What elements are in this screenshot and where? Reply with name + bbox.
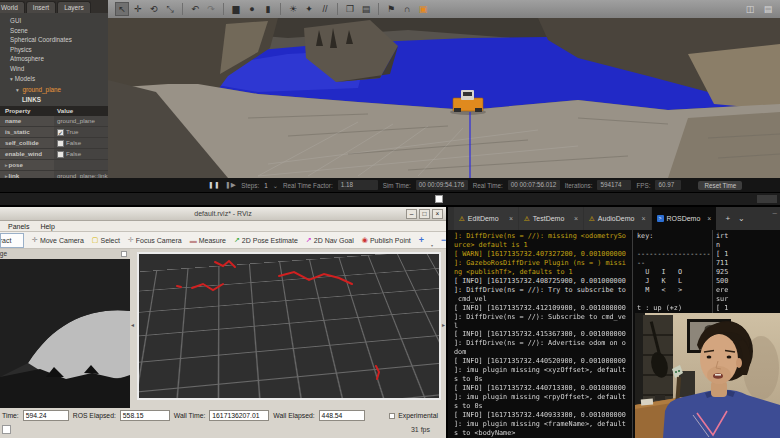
tree-item-gui[interactable]: GUI — [10, 16, 108, 26]
pause-button[interactable]: ❚❚ — [208, 181, 220, 189]
publish-point-tool-icon: ◉ — [362, 236, 368, 244]
checkbox-unchecked[interactable] — [57, 140, 64, 147]
tree-item-spherical-coordinates[interactable]: Spherical Coordinates — [10, 35, 108, 45]
menu-panels[interactable]: Panels — [8, 223, 29, 230]
property-value: False — [66, 138, 81, 148]
redo-icon[interactable]: ↷ — [204, 2, 218, 16]
right-log-pane[interactable]: irtn[ 1711925500eresur[ 1 — [716, 232, 780, 313]
resize-grip[interactable] — [757, 195, 777, 203]
move-camera-tool[interactable]: ✛Move Camera — [32, 236, 84, 244]
add-tool-button[interactable]: + — [419, 235, 424, 245]
checkbox-checked[interactable]: ✓ — [57, 129, 64, 136]
steps-value[interactable]: 1 — [264, 182, 268, 189]
translate-icon[interactable]: ✛ — [131, 2, 145, 16]
interact-tool[interactable]: Interact — [0, 233, 24, 248]
property-row-link[interactable]: ▸linkground_plane::link — [0, 171, 108, 178]
undo-icon[interactable]: ↶ — [188, 2, 202, 16]
terminal-tab-audiodemo[interactable]: ⚠AudioDemo× — [584, 207, 651, 230]
minimize-button[interactable]: ‒ — [406, 209, 417, 219]
gazebo-panel-tab-world[interactable]: World — [0, 1, 25, 13]
close-tab-icon[interactable]: × — [703, 215, 711, 222]
tool-label: 2D Nav Goal — [314, 237, 354, 244]
laser-scan-points — [177, 261, 379, 379]
tree-item-models[interactable]: ▾Models — [10, 74, 108, 85]
select-tool[interactable]: ▢Select — [92, 236, 120, 244]
gazebo-toolbar-right: ◫▤ — [743, 2, 775, 16]
tree-item-scene[interactable]: Scene — [10, 26, 108, 36]
property-row-pose[interactable]: ▸pose — [0, 160, 108, 171]
focus-camera-tool[interactable]: ✛Focus Camera — [128, 236, 182, 244]
record-icon[interactable]: ▤ — [761, 2, 775, 16]
new-tab-button[interactable]: + — [725, 214, 730, 223]
image-panel-header[interactable]: Image — [0, 249, 130, 259]
directional-light-icon[interactable]: // — [318, 2, 332, 16]
pose-estimate-tool[interactable]: ↗2D Pose Estimate — [234, 236, 298, 244]
joint-icon[interactable]: ▣ — [416, 2, 430, 16]
paste-icon[interactable]: ▤ — [359, 2, 373, 16]
gazebo-panel-tab-insert[interactable]: Insert — [26, 1, 56, 13]
nav-goal-tool[interactable]: ↗2D Nav Goal — [306, 236, 354, 244]
publish-point-tool[interactable]: ◉Publish Point — [362, 236, 411, 244]
close-tab-icon[interactable]: × — [637, 215, 645, 222]
property-row-name[interactable]: nameground_plane — [0, 116, 108, 127]
cylinder-icon[interactable]: ▮ — [261, 2, 275, 16]
tree-item-atmosphere[interactable]: Atmosphere — [10, 54, 108, 64]
select-arrow-icon[interactable]: ↖ — [115, 2, 129, 16]
tab-label: EditDemo — [468, 215, 499, 222]
log-line: s to 0s — [454, 402, 632, 411]
tree-item-wind[interactable]: Wind — [10, 64, 108, 74]
property-row-is_static[interactable]: is_static✓True — [0, 127, 108, 138]
rotate-icon[interactable]: ⟲ — [147, 2, 161, 16]
tree-item-ground-plane[interactable]: ▾ ground_plane — [0, 85, 108, 95]
property-row-self_collide[interactable]: self_collideFalse — [0, 138, 108, 149]
pane-divider[interactable] — [632, 230, 633, 438]
gazebo-panel-tab-layers[interactable]: Layers — [57, 1, 91, 13]
panel-dock-button[interactable] — [121, 251, 127, 257]
measure-tool[interactable]: ▬Measure — [190, 237, 226, 244]
log-line: ]: imu plugin missing <frameName>, defau… — [454, 420, 632, 429]
point-light-icon[interactable]: ☀ — [286, 2, 300, 16]
splitter-right-arrow-icon[interactable]: ▸ — [442, 321, 445, 328]
property-row-enable_wind[interactable]: enable_windFalse — [0, 149, 108, 160]
splitter-left-arrow-icon[interactable]: ◂ — [131, 321, 134, 328]
steps-caret-icon[interactable]: ⌄ — [273, 182, 278, 189]
terminal-tab-editdemo[interactable]: ⚠EditDemo× — [454, 207, 518, 230]
tab-dropdown-button[interactable]: ⌄ — [738, 214, 745, 223]
menu-help[interactable]: Help — [40, 223, 54, 230]
scale-icon[interactable]: ⤡ — [163, 2, 177, 16]
tree-item-physics[interactable]: Physics — [10, 45, 108, 55]
tree-item-label: GUI — [10, 17, 21, 24]
wall-elapsed-value[interactable]: 448.54 — [319, 410, 365, 421]
terminal-tab-testdemo[interactable]: ⚠TestDemo× — [519, 207, 583, 230]
step-button[interactable]: ❚▶ — [225, 181, 236, 189]
screenshot-icon[interactable]: ◫ — [743, 2, 757, 16]
remove-tool-button[interactable]: − — [441, 235, 446, 245]
ros-elapsed-label: ROS Elapsed: — [73, 412, 116, 419]
experimental-checkbox[interactable] — [389, 413, 395, 419]
flag-icon[interactable]: ⚑ — [384, 2, 398, 16]
gazebo-3d-viewport[interactable] — [108, 18, 780, 178]
sphere-icon[interactable]: ● — [245, 2, 259, 16]
close-button[interactable]: × — [432, 209, 443, 219]
ros-terminal-icon: > — [657, 215, 664, 222]
spot-light-icon[interactable]: ✦ — [302, 2, 316, 16]
maximize-button[interactable]: □ — [419, 209, 430, 219]
close-tab-icon[interactable]: × — [570, 215, 578, 222]
copy-icon[interactable]: ❐ — [343, 2, 357, 16]
reset-time-button[interactable]: Reset Time — [698, 181, 742, 190]
property-value: False — [66, 149, 81, 159]
tree-item-label: Wind — [10, 65, 24, 72]
rviz-titlebar[interactable]: default.rviz* - RViz ‒□× — [0, 207, 446, 221]
wall-time-value[interactable]: 1617136207.01 — [209, 410, 269, 421]
toolbar-separator — [337, 3, 338, 15]
ros-log-pane[interactable]: ]: DiffDrive(ns = //): missing <odometry… — [454, 232, 632, 438]
terminal-tab-rosdemo[interactable]: >ROSDemo× — [652, 207, 717, 230]
snap-icon[interactable]: ∩ — [400, 2, 414, 16]
measure-tool-icon: ▬ — [190, 237, 197, 244]
ros-time-label: Time: — [2, 412, 19, 419]
teleop-key-pane[interactable]: key: -------------------------- U I O J … — [637, 232, 711, 322]
checkbox-unchecked[interactable] — [57, 151, 64, 158]
rviz-3d-view[interactable] — [137, 252, 441, 400]
box-icon[interactable]: ▆ — [229, 2, 243, 16]
close-tab-icon[interactable]: × — [505, 215, 513, 222]
